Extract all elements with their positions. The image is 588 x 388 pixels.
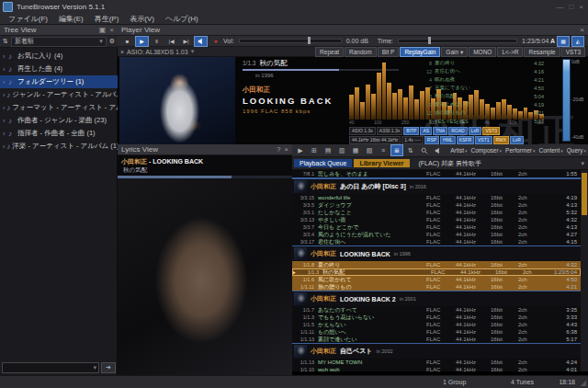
search-icon[interactable] xyxy=(418,144,431,156)
previous-button[interactable]: |◀ xyxy=(164,36,178,47)
filter-artist[interactable]: Artist▾ xyxy=(450,147,467,154)
queue-scrollbar-thumb[interactable] xyxy=(582,173,587,215)
tree-item[interactable]: ›♪お気に入り (4) xyxy=(0,50,118,63)
pause-button[interactable]: Ⅱ xyxy=(150,36,164,47)
minimize-button[interactable]: — xyxy=(556,3,563,11)
card-view-icon[interactable]: ▤ xyxy=(322,144,334,156)
menu-item[interactable]: ファイル(F) xyxy=(4,14,52,24)
toggle-bit-p[interactable]: Bit P xyxy=(378,47,400,57)
menu-item[interactable]: ヘルプ(H) xyxy=(161,14,203,24)
menu-item[interactable]: 再生(P) xyxy=(90,14,124,24)
queue-track-row[interactable]: 1/1.13素顔で逢いたいFLAC44.1kHz16bit2ch5:17 xyxy=(292,336,581,343)
list-view-icon[interactable]: ▧ xyxy=(363,144,376,156)
chevron-down-icon[interactable]: ▾ xyxy=(581,160,584,167)
tree-item[interactable]: ›♪フォーマット - アーティスト - アル... xyxy=(0,101,118,114)
play-icon[interactable]: ▶ xyxy=(294,144,307,156)
close-button[interactable]: × xyxy=(579,3,583,11)
album-group-header[interactable]: 小田和正LOOKING BACK 2in 2001 xyxy=(292,291,581,306)
lyrics-close-icon[interactable]: × xyxy=(284,145,288,154)
dsp-chip-tna[interactable]: TNA xyxy=(433,127,447,135)
toggle-mono[interactable]: MONO xyxy=(469,47,496,57)
maximize-button[interactable]: □ xyxy=(569,3,573,11)
dsp-chip-vst1[interactable]: VST1 xyxy=(475,136,492,144)
tree-sort-dropdown[interactable]: 新着順 ▾ xyxy=(11,37,107,47)
toggle-repeat[interactable]: Repeat xyxy=(315,47,344,57)
tree-item[interactable]: ›♪指揮者 - 作曲者 - 全曲 (1) xyxy=(0,127,118,140)
resize-grip[interactable]: ◢ xyxy=(581,379,586,387)
queue-track-row[interactable]: 3/3.17君住む街へFLAC44.1kHz16bit2ch4:15 xyxy=(292,238,581,245)
panel-layout-button[interactable]: ▦ xyxy=(557,36,570,47)
a-button[interactable]: A xyxy=(550,38,555,44)
record-button[interactable]: ● xyxy=(209,36,222,47)
gear-icon[interactable]: ⚙ xyxy=(109,38,115,45)
next-button[interactable]: ▶| xyxy=(179,36,193,47)
player-close-icon[interactable]: × xyxy=(580,26,584,34)
dsp-chip-lxr[interactable]: LxR xyxy=(469,127,482,135)
dsp-chip-hml[interactable]: HML xyxy=(440,136,456,144)
dsp-info-box: A330 1.3x xyxy=(377,127,403,135)
toggle-gain-[interactable]: Gain ▾ xyxy=(441,47,468,57)
output-device[interactable]: ASIO: AL38XDS 1.03 xyxy=(127,49,188,55)
dsp-chip-rwx[interactable]: RWX xyxy=(493,136,510,144)
play-button[interactable]: ▶ xyxy=(135,36,149,47)
tree-item[interactable]: ›♪再生した曲 (4) xyxy=(0,63,118,75)
level-meter-bar[interactable] xyxy=(562,59,571,142)
mute-button[interactable] xyxy=(194,36,208,47)
filter-composer[interactable]: Composer▾ xyxy=(471,147,503,154)
dsp-chip-ksfr[interactable]: KSFR xyxy=(457,136,474,144)
dsp-chip-as[interactable]: AS xyxy=(420,127,432,135)
queue-track-row[interactable]: 1/1.13MY HOME TOWNFLAC44.1kHz16bit2ch4:2… xyxy=(292,359,581,366)
visualizer-button[interactable]: ◭ xyxy=(571,36,584,47)
compact-list-icon[interactable]: ≡ xyxy=(377,144,390,156)
album-group-header[interactable]: 小田和正LOOKING BACKin 1996 xyxy=(292,245,581,261)
dsp-chip-rsp[interactable]: RSP xyxy=(424,136,439,144)
tab-playback-queue[interactable]: Playback Queue xyxy=(294,159,352,167)
pin-icon[interactable]: ▣ xyxy=(99,26,107,34)
volume-slider[interactable] xyxy=(239,39,342,43)
volume-slider-handle[interactable] xyxy=(308,37,311,44)
sort-icon[interactable]: ⇅ xyxy=(404,144,417,156)
detail-view-icon[interactable]: ▦ xyxy=(349,144,362,156)
seek-slider[interactable] xyxy=(398,39,517,43)
dsp-chip-bitp[interactable]: BITP xyxy=(403,127,419,135)
toggle-resample[interactable]: Resample xyxy=(524,47,560,57)
tree-item[interactable]: ›♪洋楽 - アーティスト - アルバム (1) xyxy=(0,140,118,153)
speaker-icon[interactable] xyxy=(432,144,445,156)
queue-track-row[interactable]: 7/8.1悲しみを、そのままFLAC44.1kHz16bit2ch1:55 xyxy=(292,170,581,178)
grid-view-icon[interactable]: ⊞ xyxy=(308,144,321,156)
filter-content[interactable]: Content▾ xyxy=(538,147,562,154)
track-format: FLAC xyxy=(426,277,456,282)
tab-library-viewer[interactable]: Library Viewer xyxy=(354,159,409,167)
tree-search-input[interactable]: ▾ xyxy=(2,362,99,373)
tree-item[interactable]: ›♪フォルダーツリー (1) xyxy=(0,75,118,88)
toggle-vst3[interactable]: VST3 xyxy=(561,47,585,57)
album-group-header[interactable]: 小田和正あの日 あの時 [Disc 3]in 2016 xyxy=(292,178,581,194)
toggle-random[interactable]: Random xyxy=(345,47,377,57)
queue-list-icon[interactable]: ≣ xyxy=(390,144,403,156)
spectrum-bar xyxy=(366,85,370,120)
dsp-chip-vst3[interactable]: VST3 xyxy=(482,127,500,135)
menu-item[interactable]: 編集(E) xyxy=(54,14,88,24)
tree-close-icon[interactable]: × xyxy=(109,26,114,34)
tree-search-go-button[interactable]: ➜ xyxy=(101,362,116,373)
help-icon[interactable]: ? xyxy=(277,145,280,154)
stop-button[interactable]: ■ xyxy=(120,36,134,47)
dsp-chip-lxr[interactable]: LxR xyxy=(510,136,524,144)
tile-view-icon[interactable]: ▥ xyxy=(335,144,348,156)
dsp-chip-road[interactable]: ROAD xyxy=(448,127,467,135)
tree-item[interactable]: ›♪ジャンル - アーティスト - アルバム... xyxy=(0,88,118,101)
toggle-replaygain[interactable]: ReplayGain xyxy=(400,47,440,57)
seek-slider-handle[interactable] xyxy=(428,37,431,44)
track-number: 1/1.10 xyxy=(292,367,314,371)
status-bar: 1 Group 4 Tunes 18:18 ◢ xyxy=(0,375,588,388)
device-close-icon[interactable]: × xyxy=(120,49,124,55)
queue-track-row[interactable]: 1/1.11旅の贈りものFLAC44.1kHz16bit2ch4:21 xyxy=(292,283,581,291)
tree-item[interactable]: ›♪作曲者 - ジャンル - 楽曲 (23) xyxy=(0,114,118,127)
toggle-l-r[interactable]: L<->R xyxy=(497,47,523,57)
filter-performer[interactable]: Performer▾ xyxy=(505,147,535,154)
filter-query[interactable]: Query▾ xyxy=(567,147,586,154)
menu-item[interactable]: 表示(V) xyxy=(125,14,159,24)
queue-track-row[interactable]: 1/1.10woh wohFLAC44.1kHz16bit2ch4:01 xyxy=(292,366,581,371)
album-group-header[interactable]: 小田和正自己ベストin 2002 xyxy=(292,343,581,359)
overlay-track-title: 旅の贈りもの xyxy=(435,109,466,116)
